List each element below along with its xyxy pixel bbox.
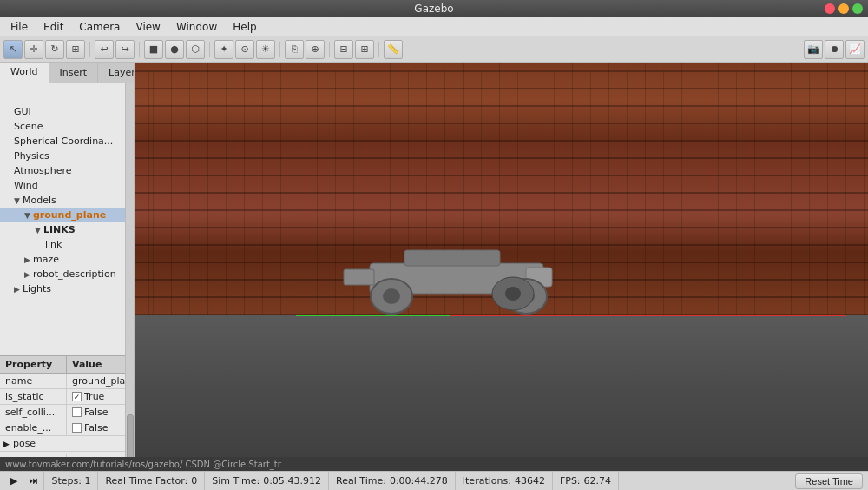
minimize-button[interactable] — [838, 3, 849, 14]
close-button[interactable] — [825, 3, 835, 14]
tree-gui[interactable]: GUI — [0, 104, 134, 119]
toolbar: ↖ ✛ ↻ ⊞ ↩ ↪ ■ ● ⬡ ✦ ⊙ ☀ ⎘ ⊕ ⊟ ⊞ 📏 📷 ⏺ 📈 — [0, 36, 868, 63]
tabs: World Insert Layers — [0, 63, 135, 83]
step-button-status[interactable]: ⏭ — [23, 472, 44, 490]
main-area: ↖ ✛ ↻ ⊞ ↩ ↪ ■ ● ⬡ ✦ ⊙ ☀ ⎘ ⊕ ⊟ ⊞ 📏 📷 ⏺ 📈 — [0, 36, 868, 490]
menu-help[interactable]: Help — [226, 19, 263, 35]
bottom-text-content: www.tovmaker.com/tutorials/ros/gazebo/ C… — [5, 460, 281, 469]
pointlight-button[interactable]: ✦ — [214, 40, 233, 59]
prop-is-static-value: ✓ True — [67, 389, 134, 404]
tab-world[interactable]: World — [0, 63, 49, 83]
record-button[interactable]: ⏺ — [825, 40, 844, 59]
tree-ground-plane[interactable]: ▼ ground_plane — [0, 208, 134, 222]
toolbar-separator-5 — [329, 42, 330, 57]
tree-atmosphere[interactable]: Atmosphere — [0, 163, 134, 178]
models-arrow: ▼ — [14, 196, 20, 205]
redo-button[interactable]: ↪ — [115, 40, 135, 59]
tree-models-label: Models — [23, 195, 56, 206]
pose-expand-arrow: ▶ — [3, 440, 10, 448]
snap-button[interactable]: ⊟ — [334, 40, 353, 59]
prop-row-pose[interactable]: ▶ pose — [0, 436, 134, 452]
value-col-header: Value — [67, 356, 134, 373]
select-button[interactable]: ↖ — [3, 40, 23, 59]
toolbar-separator-6 — [378, 42, 379, 57]
menu-file[interactable]: File — [3, 19, 35, 35]
prop-enable-content: False — [72, 422, 128, 434]
menu-window[interactable]: Window — [169, 19, 224, 35]
prop-enable-label: enable_... — [0, 420, 67, 435]
tree-scene[interactable]: Scene — [0, 119, 134, 134]
status-bar: ▶ ⏭ Steps: 1 Real Time Factor: 0 Sim Tim… — [0, 471, 868, 490]
enable-text: False — [84, 422, 108, 434]
rtf-label: Real Time Factor: — [105, 475, 187, 487]
real-time-factor-item: Real Time Factor: 0 — [98, 472, 205, 490]
tree-link[interactable]: link — [0, 237, 134, 252]
prop-row-self-colli[interactable]: self_colli... False — [0, 405, 134, 420]
iterations-label: Iterations: — [463, 475, 511, 487]
tree-maze-label: maze — [33, 254, 59, 265]
viewport[interactable] — [135, 63, 868, 471]
reset-time-button[interactable]: Reset Time — [795, 473, 863, 489]
tree-link-label: link — [45, 239, 62, 250]
align-button[interactable]: ⊞ — [355, 40, 374, 59]
lights-arrow: ▶ — [14, 285, 20, 294]
left-panel: World Insert Layers GUI Scene Spherical … — [0, 63, 135, 471]
tree-maze[interactable]: ▶ maze — [0, 252, 134, 267]
paste-button[interactable]: ⊕ — [306, 40, 325, 59]
tab-insert[interactable]: Insert — [49, 63, 99, 83]
prop-row-name[interactable]: name ground_plane — [0, 374, 134, 389]
measure-button[interactable]: 📏 — [384, 40, 403, 59]
content-area: World Insert Layers GUI Scene Spherical … — [0, 63, 868, 471]
title-bar: Gazebo — [0, 0, 868, 17]
prop-name-label: name — [0, 374, 67, 388]
robot-arrow: ▶ — [24, 270, 30, 279]
tree-gui-label: GUI — [14, 106, 31, 117]
sidebar-scrollbar[interactable] — [125, 83, 134, 471]
sim-time-label: Sim Time: — [212, 475, 260, 487]
scale-button[interactable]: ⊞ — [66, 40, 85, 59]
steps-text: Steps: 1 — [51, 475, 90, 487]
property-col-header: Property — [0, 356, 67, 373]
is-static-checkbox[interactable]: ✓ — [72, 392, 82, 401]
self-colli-checkbox[interactable] — [72, 407, 82, 417]
pose-label: pose — [13, 438, 36, 449]
links-arrow: ▼ — [35, 226, 41, 235]
tab-layers[interactable]: Layers — [98, 63, 135, 83]
translate-button[interactable]: ✛ — [24, 40, 43, 59]
maze-arrow: ▶ — [24, 255, 30, 264]
menu-edit[interactable]: Edit — [36, 19, 70, 35]
dirlight-button[interactable]: ☀ — [256, 40, 275, 59]
box-button[interactable]: ■ — [144, 40, 163, 59]
tree-models[interactable]: ▼ Models — [0, 193, 134, 208]
screenshot-button[interactable]: 📷 — [804, 40, 823, 59]
tree-physics[interactable]: Physics — [0, 149, 134, 163]
menu-view[interactable]: View — [128, 19, 167, 35]
tree-links[interactable]: ▼ LINKS — [0, 222, 134, 237]
play-button-status[interactable]: ▶ — [5, 472, 23, 490]
svg-point-6 — [383, 288, 400, 304]
prop-row-enable[interactable]: enable_... False — [0, 420, 134, 436]
blue-axis-bottom — [450, 315, 450, 471]
tree-spherical-coords[interactable]: Spherical Coordina... — [0, 134, 134, 149]
iterations-value: 43642 — [515, 475, 545, 487]
undo-button[interactable]: ↩ — [95, 40, 114, 59]
prop-row-is-static[interactable]: is_static ✓ True — [0, 389, 134, 405]
prop-name-value: ground_plane — [67, 374, 134, 388]
toolbar-separator-1 — [89, 42, 90, 57]
tree-wind[interactable]: Wind — [0, 178, 134, 193]
rotate-button[interactable]: ↻ — [45, 40, 64, 59]
prop-self-colli-content: False — [72, 407, 128, 418]
plot-button[interactable]: 📈 — [845, 40, 865, 59]
maximize-button[interactable] — [852, 3, 863, 14]
spotlight-button[interactable]: ⊙ — [235, 40, 254, 59]
property-header: Property Value — [0, 356, 134, 374]
copy-button[interactable]: ⎘ — [285, 40, 304, 59]
tree-robot-description[interactable]: ▶ robot_description — [0, 267, 134, 281]
cylinder-button[interactable]: ⬡ — [186, 40, 205, 59]
enable-checkbox[interactable] — [72, 423, 82, 433]
tree-lights-label: Lights — [23, 283, 51, 295]
menu-camera[interactable]: Camera — [72, 19, 127, 35]
window-title: Gazebo — [414, 3, 453, 15]
sphere-button[interactable]: ● — [165, 40, 184, 59]
tree-lights[interactable]: ▶ Lights — [0, 281, 134, 296]
